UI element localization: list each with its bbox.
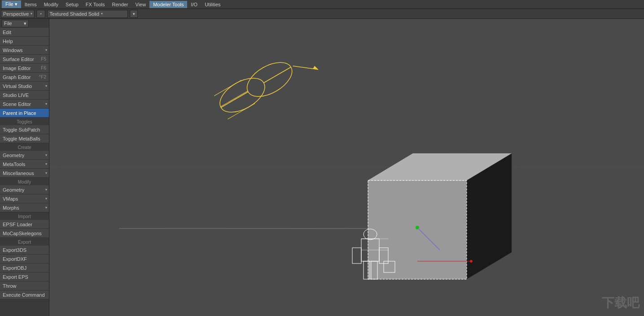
menu-setup[interactable]: Setup [62, 1, 82, 8]
watermark: 下载吧 [602, 294, 640, 312]
mocap-skelegons-button[interactable]: MoCapSkelegons [0, 229, 49, 238]
shading-extra-icon[interactable]: ▾ [130, 10, 138, 18]
perspective-dropdown[interactable]: Perspective ▾ [1, 10, 35, 18]
viewport[interactable]: 下载吧 [49, 19, 644, 316]
shading-arrow-icon: ▾ [101, 12, 103, 16]
windows-arrow-icon: ▾ [45, 48, 47, 52]
exportdxf-button[interactable]: ExportDXF [0, 255, 49, 263]
image-editor-button[interactable]: Image Editor F6 [0, 64, 49, 73]
windows-button[interactable]: Windows ▾ [0, 46, 49, 55]
scene-editor-button[interactable]: Scene Editor ▾ [0, 100, 49, 109]
toggle-subpatch-button[interactable]: Toggle SubPatch [0, 125, 49, 134]
help-button[interactable]: Help [0, 37, 49, 46]
toggle-metaballs-button[interactable]: Toggle MetaBalls [0, 134, 49, 143]
scene-editor-arrow-icon: ▾ [45, 102, 47, 106]
top-menubar: File ▾ Items Modify Setup FX Tools Rende… [0, 0, 644, 9]
virtual-studio-button[interactable]: Virtual Studio ▾ [0, 82, 49, 91]
menu-io[interactable]: I/O [187, 1, 201, 8]
studio-live-button[interactable]: Studio LIVE [0, 91, 49, 100]
menu-file[interactable]: File ▾ [2, 0, 21, 8]
execute-command-button[interactable]: Execute Command [0, 290, 49, 299]
metatools-button[interactable]: MetaTools ▾ [0, 160, 49, 169]
viewport-grid [49, 19, 644, 316]
epsf-loader-button[interactable]: EPSF Loader [0, 220, 49, 229]
edit-button[interactable]: Edit [0, 28, 49, 37]
menu-view[interactable]: View [132, 1, 150, 8]
perspective-arrow-icon: ▾ [31, 12, 32, 16]
main-layout: File▾ Edit Help Windows ▾ Surface Editor… [0, 19, 644, 316]
shading-dropdown[interactable]: Textured Shaded Solid ▾ [47, 10, 128, 18]
menu-items[interactable]: Items [21, 1, 40, 8]
export-section-label: Export [0, 238, 49, 246]
file-button[interactable]: File▾ [2, 20, 29, 27]
modify-section-label: Modify [0, 178, 49, 185]
export3ds-button[interactable]: Export3DS [0, 246, 49, 255]
toggles-section-label: Toggles [0, 118, 49, 125]
morphs-button[interactable]: Morphs ▾ [0, 203, 49, 212]
file-edit-row: File▾ [0, 19, 49, 28]
surface-editor-button[interactable]: Surface Editor F5 [0, 55, 49, 64]
virtual-studio-arrow-icon: ▾ [45, 84, 47, 88]
metatools-arrow-icon: ▾ [45, 162, 47, 166]
menu-render[interactable]: Render [108, 1, 131, 8]
parent-in-place-button[interactable]: Parent in Place [0, 109, 49, 118]
miscellaneous-arrow-icon: ▾ [45, 171, 47, 175]
sidebar: File▾ Edit Help Windows ▾ Surface Editor… [0, 19, 49, 316]
menu-utilities[interactable]: Utilities [201, 1, 224, 8]
throw-button[interactable]: Throw [0, 281, 49, 290]
import-section-label: Import [0, 212, 49, 220]
menu-modify[interactable]: Modify [40, 1, 62, 8]
shading-icon-btn[interactable]: ▪ [36, 10, 45, 18]
create-geometry-button[interactable]: Geometry ▾ [0, 151, 49, 160]
graph-editor-button[interactable]: Graph Editor ^F2 [0, 73, 49, 82]
export-eps-button[interactable]: Export EPS [0, 272, 49, 281]
second-toolbar: Perspective ▾ ▪ Textured Shaded Solid ▾ … [0, 9, 644, 19]
create-section-label: Create [0, 143, 49, 151]
modify-geometry-button[interactable]: Geometry ▾ [0, 185, 49, 194]
menu-fxtools[interactable]: FX Tools [82, 1, 109, 8]
modify-geometry-arrow-icon: ▾ [45, 188, 47, 192]
exportobj-button[interactable]: ExportOBJ [0, 263, 49, 272]
menu-modelertools[interactable]: Modeler Tools [149, 1, 187, 8]
create-geometry-arrow-icon: ▾ [45, 153, 47, 157]
morphs-arrow-icon: ▾ [45, 206, 47, 210]
vmaps-arrow-icon: ▾ [45, 197, 47, 201]
vmaps-button[interactable]: VMaps ▾ [0, 194, 49, 203]
miscellaneous-button[interactable]: Miscellaneous ▾ [0, 169, 49, 178]
